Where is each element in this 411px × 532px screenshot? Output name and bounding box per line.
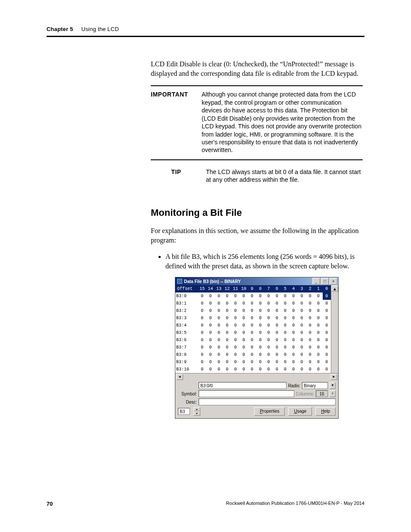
scroll-up-icon[interactable]: ▲	[331, 286, 338, 292]
bit-cell[interactable]: 0	[298, 307, 306, 314]
close-button[interactable]: ×	[330, 278, 337, 285]
bit-cell[interactable]: 0	[248, 300, 256, 307]
bit-cell[interactable]: 0	[256, 351, 265, 358]
bit-cell[interactable]: 0	[198, 314, 206, 322]
bit-cell[interactable]: 0	[198, 329, 206, 336]
bit-cell[interactable]: 0	[206, 351, 215, 358]
bit-cell[interactable]: 0	[314, 366, 322, 373]
bit-cell[interactable]: 0	[215, 358, 223, 366]
bit-cell[interactable]: 0	[256, 329, 265, 336]
bit-cell[interactable]: 0	[265, 336, 273, 344]
bit-cell[interactable]: 0	[298, 366, 306, 373]
bit-cell[interactable]: 0	[298, 336, 306, 344]
bit-cell[interactable]: 0	[298, 329, 306, 336]
bit-cell[interactable]: 0	[323, 292, 331, 300]
bit-cell[interactable]: 0	[223, 300, 231, 307]
bit-cell[interactable]: 0	[248, 344, 256, 351]
bit-cell[interactable]: 0	[323, 366, 331, 373]
bit-cell[interactable]: 0	[265, 292, 273, 300]
bit-cell[interactable]: 0	[281, 358, 289, 366]
bit-cell[interactable]: 0	[215, 322, 223, 329]
bit-cell[interactable]: 0	[323, 322, 331, 329]
bit-cell[interactable]: 0	[215, 300, 223, 307]
bit-cell[interactable]: 0	[323, 307, 331, 314]
bit-cell[interactable]: 0	[298, 322, 306, 329]
bit-cell[interactable]: 0	[265, 322, 273, 329]
bit-cell[interactable]: 0	[306, 336, 314, 344]
bit-cell[interactable]: 0	[231, 336, 240, 344]
bit-cell[interactable]: 0	[314, 351, 322, 358]
bit-cell[interactable]: 0	[256, 344, 265, 351]
bit-cell[interactable]: 0	[223, 314, 231, 322]
bit-cell[interactable]: 0	[206, 344, 215, 351]
bit-cell[interactable]: 0	[298, 358, 306, 366]
bit-cell[interactable]: 0	[248, 329, 256, 336]
bit-cell[interactable]: 0	[256, 300, 265, 307]
bit-cell[interactable]: 0	[265, 358, 273, 366]
bit-cell[interactable]: 0	[206, 366, 215, 373]
bit-cell[interactable]: 0	[273, 351, 281, 358]
bit-cell[interactable]: 0	[306, 322, 314, 329]
bit-cell[interactable]: 0	[256, 307, 265, 314]
bit-cell[interactable]: 0	[231, 307, 240, 314]
bit-cell[interactable]: 0	[248, 314, 256, 322]
minimize-button[interactable]: _	[312, 278, 320, 285]
bit-cell[interactable]: 0	[198, 322, 206, 329]
bit-cell[interactable]: 0	[206, 300, 215, 307]
bit-cell[interactable]: 0	[256, 322, 265, 329]
bit-cell[interactable]: 0	[273, 322, 281, 329]
bit-cell[interactable]: 0	[198, 300, 206, 307]
bit-cell[interactable]: 0	[240, 300, 248, 307]
bit-cell[interactable]: 0	[314, 336, 322, 344]
bit-cell[interactable]: 0	[273, 344, 281, 351]
bit-cell[interactable]: 0	[206, 322, 215, 329]
bit-cell[interactable]: 0	[240, 351, 248, 358]
bit-cell[interactable]: 0	[240, 358, 248, 366]
bit-cell[interactable]: 0	[314, 322, 322, 329]
bit-cell[interactable]: 0	[323, 329, 331, 336]
bit-cell[interactable]: 0	[231, 300, 240, 307]
bit-cell[interactable]: 0	[306, 344, 314, 351]
bit-cell[interactable]: 0	[215, 329, 223, 336]
bit-cell[interactable]: 0	[223, 336, 231, 344]
bit-cell[interactable]: 0	[281, 322, 289, 329]
window-titlebar[interactable]: Data File B3 (bin) -- BINARY _ □ ×	[175, 277, 338, 285]
bit-cell[interactable]: 0	[306, 366, 314, 373]
bit-cell[interactable]: 0	[248, 358, 256, 366]
bit-cell[interactable]: 0	[290, 358, 298, 366]
bit-cell[interactable]: 0	[198, 366, 206, 373]
bit-cell[interactable]: 0	[323, 300, 331, 307]
bit-cell[interactable]: 0	[314, 358, 322, 366]
bit-cell[interactable]: 0	[306, 314, 314, 322]
bit-cell[interactable]: 0	[281, 314, 289, 322]
bit-cell[interactable]: 0	[265, 344, 273, 351]
bit-cell[interactable]: 0	[206, 292, 215, 300]
bit-cell[interactable]: 0	[223, 351, 231, 358]
bit-cell[interactable]: 0	[231, 292, 240, 300]
bit-cell[interactable]: 0	[240, 329, 248, 336]
bit-cell[interactable]: 0	[231, 322, 240, 329]
bit-cell[interactable]: 0	[256, 366, 265, 373]
bit-cell[interactable]: 0	[223, 292, 231, 300]
bit-cell[interactable]: 0	[314, 329, 322, 336]
bit-cell[interactable]: 0	[231, 351, 240, 358]
bit-cell[interactable]: 0	[314, 314, 322, 322]
bit-cell[interactable]: 0	[298, 300, 306, 307]
maximize-button[interactable]: □	[321, 278, 329, 285]
bit-cell[interactable]: 0	[223, 358, 231, 366]
bit-cell[interactable]: 0	[306, 351, 314, 358]
usage-button[interactable]: Usage	[288, 407, 312, 416]
bit-cell[interactable]: 0	[265, 329, 273, 336]
bit-cell[interactable]: 0	[215, 366, 223, 373]
scroll-left-icon[interactable]: ◄	[176, 374, 183, 380]
bit-cell[interactable]: 0	[215, 344, 223, 351]
bit-cell[interactable]: 0	[265, 366, 273, 373]
horizontal-scrollbar[interactable]: ◄ ►	[175, 373, 338, 380]
bit-cell[interactable]: 0	[240, 366, 248, 373]
bit-cell[interactable]: 0	[290, 300, 298, 307]
bit-cell[interactable]: 0	[323, 358, 331, 366]
bit-cell[interactable]: 0	[198, 344, 206, 351]
bit-cell[interactable]: 0	[240, 292, 248, 300]
bit-cell[interactable]: 0	[215, 307, 223, 314]
bit-cell[interactable]: 0	[231, 314, 240, 322]
